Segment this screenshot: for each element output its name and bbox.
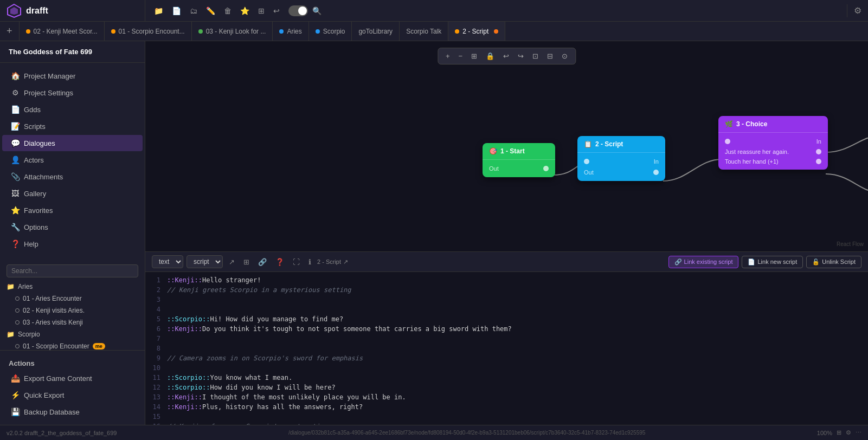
- in-label: In: [816, 138, 821, 145]
- new-file-icon: 📄: [748, 258, 755, 266]
- tab-02-kenji[interactable]: 02 - Kenji Meet Scor...: [20, 22, 105, 41]
- sidebar-item-export-game[interactable]: 📤 Export Game Content: [2, 370, 143, 386]
- nav-label: Backup Database: [24, 408, 80, 416]
- tab-gotolibrary[interactable]: goToLibrary: [352, 22, 400, 41]
- sidebar-item-project-manager[interactable]: 🏠 Project Manager: [2, 68, 143, 84]
- file-03-aries-visits-kenji[interactable]: 03 - Aries visits Kenji: [0, 316, 145, 328]
- file-dot: [15, 308, 20, 313]
- flow-undo-btn[interactable]: ↩: [500, 50, 512, 62]
- file-01-aries-encounter[interactable]: 01 - Aries Encounter: [0, 293, 145, 305]
- node-port-in[interactable]: [725, 139, 730, 144]
- editor-help-btn[interactable]: ❓: [273, 256, 287, 268]
- sidebar-item-options[interactable]: 🔧 Options: [2, 219, 143, 235]
- folder-icon: 📁: [7, 283, 15, 290]
- file-01-scorpio-encounter[interactable]: 01 - Scorpio Encounter me: [0, 340, 145, 350]
- link-existing-label: Link existing script: [684, 258, 733, 265]
- tab-2-script[interactable]: 2 - Script: [448, 22, 505, 41]
- node-port-out[interactable]: [653, 170, 659, 175]
- flow-zoom-out-btn[interactable]: −: [455, 50, 466, 62]
- tab-01-scorpio[interactable]: 01 - Scorpio Encount...: [105, 22, 192, 41]
- nav-label: Scripts: [24, 122, 46, 131]
- flow-zoom-in-btn[interactable]: +: [442, 50, 453, 62]
- tab-aries[interactable]: Aries: [273, 22, 308, 41]
- tab-dot: [455, 29, 459, 34]
- type-select[interactable]: text: [152, 255, 183, 268]
- tab-scorpio[interactable]: Scorpio: [309, 22, 352, 41]
- sidebar-item-project-settings[interactable]: ⚙ Project Settings: [2, 85, 143, 101]
- node-script-label: 2 - Script: [595, 140, 623, 148]
- pencil-tool-btn[interactable]: ✏️: [204, 4, 217, 17]
- sidebar-item-gdds[interactable]: 📄 Gdds: [2, 101, 143, 118]
- star-tool-btn[interactable]: ⭐: [238, 4, 252, 17]
- flow-lock-btn[interactable]: 🔒: [483, 50, 498, 62]
- link-existing-script-btn[interactable]: 🔗 Link existing script: [668, 256, 739, 268]
- sidebar-item-backup-db[interactable]: 💾 Backup Database: [2, 404, 143, 420]
- sidebar-item-gallery[interactable]: 🖼 Gallery: [2, 185, 143, 202]
- node-port-choice-1[interactable]: [816, 149, 821, 154]
- node-port-in[interactable]: [584, 159, 589, 164]
- file-02-kenji-visits-aries[interactable]: 02 - Kenji visits Aries.: [0, 305, 145, 316]
- flow-fit-btn[interactable]: ⊞: [468, 50, 480, 62]
- sidebar-item-dialogues[interactable]: 💬 Dialogues: [2, 135, 143, 151]
- line-content: [167, 335, 868, 345]
- script-ref: 2 - Script ↗: [317, 258, 348, 266]
- editor-info-btn[interactable]: ℹ: [306, 256, 314, 268]
- tab-add-btn[interactable]: +: [0, 22, 20, 41]
- tab-label: Aries: [287, 28, 301, 35]
- layers-tool-btn[interactable]: 🗂: [188, 4, 200, 17]
- editor-expand-btn[interactable]: ↗: [226, 256, 237, 268]
- tab-scorpio-talk[interactable]: Scorpio Talk: [400, 22, 448, 41]
- sidebar-item-quick-export[interactable]: ⚡ Quick Export: [2, 387, 143, 403]
- file-search-input[interactable]: [7, 264, 138, 277]
- line-content: ::Scorpio::You know what I mean.: [167, 374, 868, 384]
- flow-arrange-btn[interactable]: ⊡: [529, 50, 542, 62]
- flow-canvas[interactable]: + − ⊞ 🔒 ↩ ↪ ⊡ ⊟ ⊙ 🎯 1 - Start Out: [145, 41, 868, 251]
- tab-label: 02 - Kenji Meet Scor...: [34, 28, 98, 35]
- unlink-script-btn[interactable]: 🔓 Unlink Script: [806, 256, 861, 268]
- file-label: 01 - Aries Encounter: [23, 295, 82, 302]
- attachments-icon: 📎: [11, 172, 20, 181]
- grid-tool-btn[interactable]: ⊞: [256, 4, 267, 17]
- node-port-out[interactable]: [543, 166, 549, 171]
- link-icon: 🔗: [674, 258, 682, 266]
- node-start[interactable]: 🎯 1 - Start Out: [483, 143, 555, 177]
- settings-btn[interactable]: ⚙: [847, 5, 868, 16]
- tab-label: goToLibrary: [358, 28, 393, 35]
- line-content: [167, 413, 868, 423]
- mode-select[interactable]: script: [187, 255, 223, 268]
- link-new-script-btn[interactable]: 📄 Link new script: [742, 256, 803, 268]
- code-line: 6::Kenji::Do you think it's tough to not…: [145, 325, 868, 335]
- flow-info-btn[interactable]: ⊙: [558, 50, 571, 62]
- line-number: 8: [145, 345, 167, 354]
- node-choice[interactable]: 🌿 3 - Choice In Just reassure her again.…: [718, 116, 828, 170]
- flow-redo-btn[interactable]: ↪: [515, 50, 527, 62]
- scripts-icon: 📝: [11, 122, 20, 131]
- undo-tool-btn[interactable]: ↩: [271, 4, 282, 17]
- sidebar-item-attachments[interactable]: 📎 Attachments: [2, 169, 143, 185]
- file-label: 02 - Kenji visits Aries.: [23, 307, 85, 314]
- nav-label: Export Game Content: [24, 374, 92, 383]
- sidebar-item-favorites[interactable]: ⭐ Favorites: [2, 202, 143, 218]
- sidebar-item-scripts[interactable]: 📝 Scripts: [2, 118, 143, 134]
- file-tool-btn[interactable]: 📄: [170, 4, 183, 17]
- folder-aries[interactable]: 📁 Aries: [0, 281, 145, 293]
- sidebar: The Goddess of Fate 699 🏠 Project Manage…: [0, 41, 145, 425]
- search-btn[interactable]: 🔍: [312, 7, 322, 15]
- editor-link-btn2[interactable]: 🔗: [255, 256, 269, 268]
- node-port-choice-2[interactable]: [816, 159, 821, 164]
- node-script[interactable]: 📋 2 - Script In Out: [577, 136, 665, 181]
- flow-grid-btn[interactable]: ⊟: [544, 50, 556, 62]
- folder-scorpio[interactable]: 📁 Scorpio: [0, 328, 145, 340]
- editor-content[interactable]: 1::Kenji::Hello stranger!2// Kenji greet…: [145, 272, 868, 425]
- sidebar-item-help[interactable]: ❓ Help: [2, 236, 143, 252]
- code-line: 14::Kenji::Plus, history has all the ans…: [145, 403, 868, 413]
- editor-fullscreen-btn[interactable]: ⛶: [290, 256, 303, 268]
- editor-copy-btn[interactable]: ⊞: [241, 256, 252, 268]
- tab-03-kenji[interactable]: 03 - Kenji Look for ...: [192, 22, 273, 41]
- choice-option-1: Just reassure her again.: [725, 147, 821, 157]
- folder-tool-btn[interactable]: 📁: [152, 4, 165, 17]
- theme-toggle[interactable]: [288, 5, 308, 16]
- trash-tool-btn[interactable]: 🗑: [222, 4, 234, 17]
- folder-icon: 📁: [7, 331, 15, 338]
- sidebar-item-actors[interactable]: 👤 Actors: [2, 152, 143, 168]
